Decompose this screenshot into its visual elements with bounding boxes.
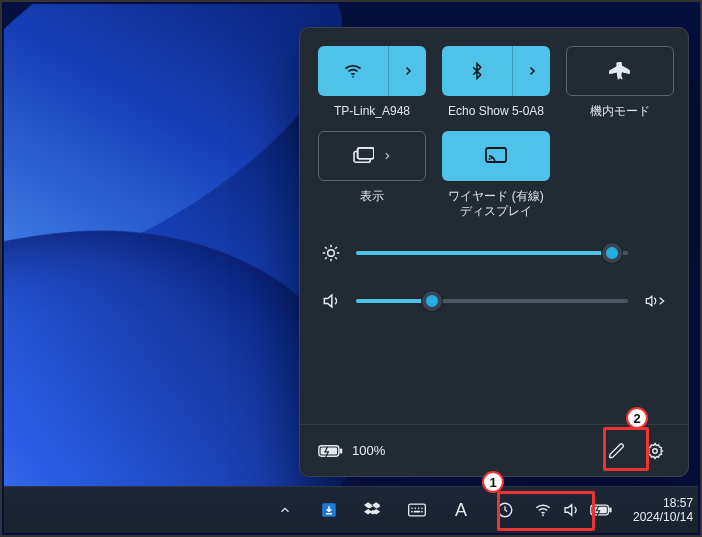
gear-icon xyxy=(646,442,664,460)
tile-bluetooth-label: Echo Show 5-0A8 xyxy=(448,104,544,119)
tile-airplane[interactable] xyxy=(566,46,674,96)
clock-date: 2024/10/14 xyxy=(633,510,693,524)
svg-rect-9 xyxy=(321,447,337,454)
battery-text: 100% xyxy=(352,443,385,458)
tray-touch-keyboard[interactable] xyxy=(396,490,438,530)
tile-wifi[interactable] xyxy=(318,46,426,96)
volume-chevron-icon xyxy=(644,293,666,309)
svg-point-10 xyxy=(653,448,658,453)
chevron-right-icon xyxy=(402,65,414,77)
svg-point-14 xyxy=(542,514,544,516)
tile-wifi-label: TP-Link_A948 xyxy=(334,104,410,119)
quick-settings-footer: 100% xyxy=(300,424,688,476)
svg-rect-8 xyxy=(340,448,343,453)
system-tray: 18:57 2024/10/14 xyxy=(526,487,702,533)
tile-cast-wrap: ワイヤード (有線) ディスプレイ xyxy=(442,131,550,219)
tile-wifi-expand[interactable] xyxy=(388,46,426,96)
keyboard-icon xyxy=(407,502,427,518)
taskbar: A 18:57 2024/10/14 xyxy=(4,486,698,533)
chevron-right-icon xyxy=(382,151,392,161)
wifi-icon xyxy=(534,501,552,519)
tile-project[interactable] xyxy=(318,131,426,181)
tray-app-downloads[interactable] xyxy=(308,490,350,530)
volume-icon xyxy=(562,501,580,519)
clock-icon xyxy=(496,501,514,519)
airplane-icon xyxy=(609,60,631,82)
ime-a-icon: A xyxy=(455,500,467,521)
taskbar-clock[interactable]: 18:57 2024/10/14 xyxy=(623,496,702,524)
download-box-icon xyxy=(320,501,338,519)
volume-row xyxy=(320,291,668,311)
quick-settings-tiles: TP-Link_A948 Echo Show 5-0A8 xyxy=(318,46,670,219)
taskbar-center: A xyxy=(4,490,526,530)
tile-bluetooth[interactable] xyxy=(442,46,550,96)
project-icon xyxy=(352,147,374,165)
system-status-area[interactable] xyxy=(526,493,622,527)
taskbar-overflow-chevron[interactable] xyxy=(264,490,306,530)
tile-wifi-wrap: TP-Link_A948 xyxy=(318,46,426,119)
brightness-icon xyxy=(320,243,342,263)
brightness-row xyxy=(320,243,668,263)
battery-icon xyxy=(318,443,344,459)
battery-status[interactable]: 100% xyxy=(318,443,385,459)
dropbox-icon xyxy=(364,501,382,519)
quick-settings-panel: TP-Link_A948 Echo Show 5-0A8 xyxy=(299,27,689,477)
svg-rect-16 xyxy=(609,508,611,513)
tile-airplane-label: 機内モード xyxy=(590,104,650,119)
tile-bluetooth-wrap: Echo Show 5-0A8 xyxy=(442,46,550,119)
tile-bluetooth-expand[interactable] xyxy=(512,46,550,96)
tile-project-wrap: 表示 xyxy=(318,131,426,219)
tray-app-dropbox[interactable] xyxy=(352,490,394,530)
tray-clock-sync[interactable] xyxy=(484,490,526,530)
clock-time: 18:57 xyxy=(633,496,693,510)
tile-cast[interactable] xyxy=(442,131,550,181)
cast-icon xyxy=(484,146,508,166)
volume-slider[interactable] xyxy=(356,291,628,311)
tray-ime[interactable]: A xyxy=(440,490,482,530)
svg-rect-12 xyxy=(409,504,426,516)
sliders-section xyxy=(318,233,670,311)
brightness-slider[interactable] xyxy=(356,243,628,263)
tile-bluetooth-toggle[interactable] xyxy=(442,46,512,96)
tile-wifi-toggle[interactable] xyxy=(318,46,388,96)
pencil-icon xyxy=(608,442,626,460)
audio-output-arrow[interactable] xyxy=(642,293,668,309)
tile-airplane-wrap: 機内モード xyxy=(566,46,674,119)
svg-point-0 xyxy=(352,76,354,78)
all-settings-button[interactable] xyxy=(636,433,674,469)
chevron-up-icon xyxy=(278,503,292,517)
wifi-icon xyxy=(343,61,363,81)
tile-project-label: 表示 xyxy=(360,189,384,204)
volume-icon xyxy=(320,291,342,311)
bluetooth-icon xyxy=(468,61,486,81)
svg-rect-17 xyxy=(592,507,606,513)
battery-icon xyxy=(590,503,614,517)
svg-rect-4 xyxy=(486,148,506,162)
svg-rect-2 xyxy=(358,148,374,159)
edit-quick-settings-button[interactable] xyxy=(598,433,636,469)
svg-point-6 xyxy=(328,250,335,257)
chevron-right-icon xyxy=(526,65,538,77)
tile-cast-label: ワイヤード (有線) ディスプレイ xyxy=(448,189,543,219)
svg-point-5 xyxy=(489,158,491,160)
